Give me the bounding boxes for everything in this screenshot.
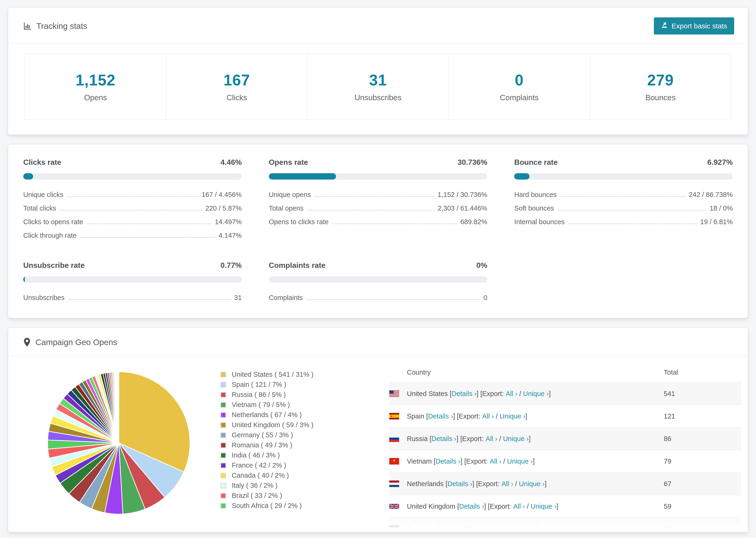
details-link[interactable]: Details › — [459, 503, 484, 510]
rate-head: Unsubscribe rate 0.77% — [23, 261, 242, 270]
legend-item-germany[interactable]: Germany ( 55 / 3% ) — [220, 430, 338, 440]
export-all-link[interactable]: All › — [513, 503, 525, 510]
stat-value: 31 — [369, 71, 387, 89]
dotted-leader — [60, 210, 202, 211]
bar-chart-icon — [23, 22, 32, 30]
export-all-link[interactable]: All › — [486, 435, 497, 443]
legend-item-france[interactable]: France ( 42 / 2% ) — [220, 460, 338, 470]
export-unique-link[interactable]: Unique › — [503, 435, 529, 443]
legend-item-vietnam[interactable]: Vietnam ( 79 / 5% ) — [220, 400, 338, 410]
export-unique-link[interactable]: Unique › — [531, 503, 557, 510]
legend-item-romania[interactable]: Romania ( 49 / 3% ) — [220, 440, 338, 450]
details-link[interactable]: Details › — [452, 390, 476, 398]
export-button-label: Export basic stats — [672, 22, 727, 30]
legend-item-brazil[interactable]: Brazil ( 33 / 2% ) — [220, 491, 338, 501]
flag-icon-nl — [389, 480, 399, 487]
dotted-leader — [315, 196, 434, 197]
export-unique-link[interactable]: Unique › — [500, 412, 525, 420]
legend-item-india[interactable]: India ( 46 / 3% ) — [220, 450, 338, 460]
rate-detail-label: Unsubscribes — [23, 294, 65, 301]
legend-item-canada[interactable]: Canada ( 40 / 2% ) — [220, 470, 338, 480]
legend-swatch — [220, 493, 226, 499]
dotted-leader — [568, 224, 697, 224]
details-link[interactable]: Details › — [436, 457, 460, 465]
rate-section-unsubscribe-rate: Unsubscribe rate 0.77% Unsubscribes 31 — [23, 261, 242, 301]
rate-detail-value: 689.82% — [460, 218, 487, 226]
rate-detail-value: 167 / 4.456% — [202, 191, 242, 198]
legend-item-italy[interactable]: Italy ( 36 / 2% ) — [220, 480, 338, 491]
flag-icon-gb — [389, 503, 399, 510]
legend-item-netherlands[interactable]: Netherlands ( 67 / 4% ) — [220, 410, 338, 420]
rate-progress-fill — [514, 173, 529, 180]
rate-value: 0% — [476, 261, 487, 270]
stat-box-opens: 1,152 Opens — [25, 53, 166, 120]
dotted-leader — [67, 196, 198, 197]
stat-box-clicks: 167 Clicks — [166, 53, 308, 120]
rate-detail-value: 4.147% — [219, 232, 242, 240]
legend-label: Romania ( 49 / 3% ) — [232, 441, 292, 449]
rate-progress-bar — [269, 173, 487, 180]
details-link[interactable]: Details › — [448, 480, 472, 488]
geo-table-row-netherlands: Netherlands [Details ›] [Export: All › /… — [389, 473, 741, 495]
legend-item-united-states[interactable]: United States ( 541 / 31% ) — [220, 369, 338, 380]
legend-swatch — [220, 473, 226, 478]
country-name: Spain — [407, 412, 424, 420]
country-cell: Germany [Details ›] [Export: All › / Uni… — [389, 525, 664, 532]
geo-table-row-russia: Russia [Details ›] [Export: All › / Uniq… — [389, 428, 741, 450]
rates-card: Clicks rate 4.46% Unique clicks 167 / 4.… — [8, 144, 748, 318]
details-link[interactable]: Details › — [428, 412, 453, 420]
rate-progress-bar — [23, 276, 242, 283]
pie-slice-other[interactable] — [119, 372, 119, 443]
legend-label: Russia ( 86 / 5% ) — [232, 391, 286, 399]
rate-detail-row: Internal bounces 19 / 6.81% — [514, 218, 733, 225]
flag-icon-ru — [389, 435, 399, 442]
country-cell: United States [Details ›] [Export: All ›… — [389, 390, 664, 398]
rate-detail-row: Unique clicks 167 / 4.456% — [23, 191, 242, 198]
geo-table: Country Total United States [Details ›] … — [389, 362, 741, 532]
export-unique-link[interactable]: Unique › — [510, 525, 536, 532]
rate-progress-fill — [269, 173, 336, 180]
rate-detail-value: 0 — [483, 294, 487, 301]
tracking-stats-title: Tracking stats — [23, 21, 87, 31]
rate-value: 0.77% — [220, 261, 242, 270]
country-cell: United Kingdom [Details ›] [Export: All … — [389, 503, 664, 510]
export-all-link[interactable]: All › — [502, 480, 513, 488]
country-name: United Kingdom — [407, 503, 455, 510]
rate-title: Unsubscribe rate — [23, 261, 84, 270]
export-all-link[interactable]: All › — [493, 525, 505, 532]
legend-item-south-africa[interactable]: South Africa ( 29 / 2% ) — [220, 501, 338, 511]
dotted-leader — [80, 237, 215, 238]
rate-section-complaints-rate: Complaints rate 0% Complaints 0 — [269, 261, 487, 301]
rate-detail-value: 1,152 / 30.736% — [438, 191, 487, 198]
rate-section-opens-rate: Opens rate 30.736% Unique opens 1,152 / … — [269, 158, 487, 239]
rate-head: Complaints rate 0% — [269, 261, 487, 270]
legend-swatch — [220, 382, 226, 388]
dotted-leader — [87, 224, 212, 224]
legend-label: France ( 42 / 2% ) — [232, 461, 286, 469]
export-unique-link[interactable]: Unique › — [523, 390, 549, 398]
rate-detail-value: 19 / 6.81% — [700, 218, 733, 226]
details-link[interactable]: Details › — [432, 435, 457, 443]
legend-item-spain[interactable]: Spain ( 121 / 7% ) — [220, 380, 338, 390]
export-all-link[interactable]: All › — [490, 457, 501, 465]
legend-item-russia[interactable]: Russia ( 86 / 5% ) — [220, 390, 338, 400]
dotted-leader — [561, 196, 685, 197]
legend-label: Spain ( 121 / 7% ) — [232, 381, 286, 389]
map-pin-icon — [23, 338, 31, 347]
legend-label: United States ( 541 / 31% ) — [232, 371, 313, 378]
export-all-link[interactable]: All › — [482, 412, 494, 420]
details-link[interactable]: Details › — [439, 525, 463, 532]
export-all-link[interactable]: All › — [506, 390, 517, 398]
dotted-leader — [558, 210, 706, 211]
rate-detail-value: 220 / 5.87% — [205, 204, 242, 212]
rate-value: 6.927% — [707, 158, 733, 167]
legend-label: Italy ( 36 / 2% ) — [232, 482, 278, 489]
export-basic-stats-button[interactable]: Export basic stats — [654, 17, 734, 34]
legend-swatch — [220, 372, 226, 377]
rate-detail-value: 14.497% — [215, 218, 242, 226]
legend-item-united-kingdom[interactable]: United Kingdom ( 59 / 3% ) — [220, 420, 338, 430]
legend-swatch — [220, 402, 226, 408]
export-unique-link[interactable]: Unique › — [507, 457, 533, 465]
export-unique-link[interactable]: Unique › — [519, 480, 545, 488]
rate-title: Complaints rate — [269, 261, 326, 270]
